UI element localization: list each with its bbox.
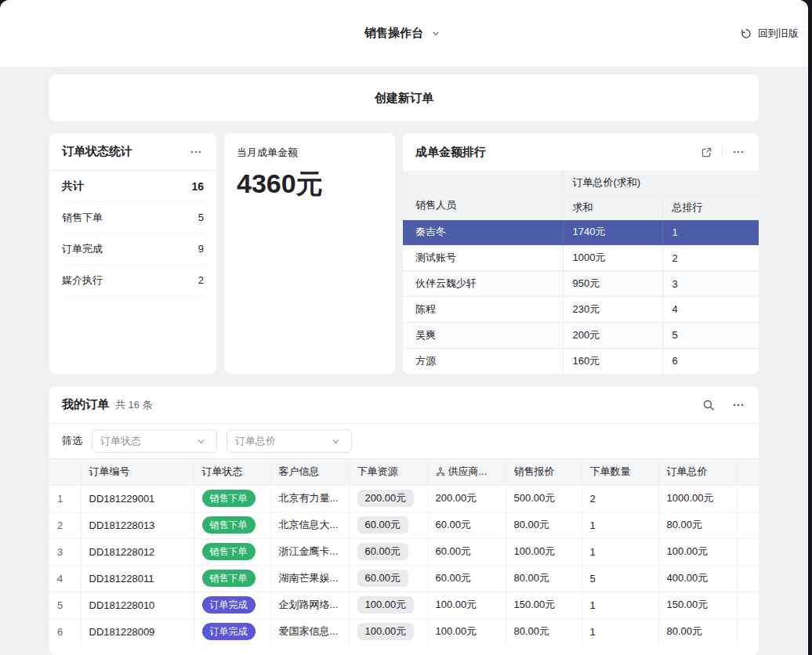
quantity: 1 <box>582 538 658 565</box>
order-row[interactable]: 3 DD181228012 销售下单 浙江金鹰卡... 60.00元 60.00… <box>49 538 759 565</box>
orders-card-header: 我的订单 共 16 条 <box>49 386 759 424</box>
resource-pill: 60.00元 <box>357 516 409 534</box>
row-index: 1 <box>49 485 81 512</box>
quantity: 1 <box>582 618 658 645</box>
status-row[interactable]: 销售下单 5 <box>62 202 204 233</box>
row-index: 3 <box>49 538 81 565</box>
divider <box>722 147 723 157</box>
col-header-resource[interactable]: 下单资源 <box>349 459 427 485</box>
create-order-label: 创建新订单 <box>375 91 433 106</box>
col-header-supplier[interactable]: 供应商... <box>427 459 506 485</box>
filter-row: 筛选 订单状态 订单总价 <box>49 424 759 458</box>
ranking-col-person: 销售人员 <box>403 171 563 219</box>
back-to-old-version-button[interactable]: 回到旧版 <box>738 26 799 42</box>
order-no: DD181229001 <box>81 485 194 512</box>
supplier-price: 60.00元 <box>427 538 506 565</box>
search-icon[interactable] <box>701 397 716 413</box>
status-badge: 销售下单 <box>202 490 256 507</box>
order-row[interactable]: 4 DD181228011 销售下单 湖南芒果娱... 60.00元 60.00… <box>49 565 759 592</box>
rank-sum: 1000元 <box>563 245 662 271</box>
col-header-customer[interactable]: 客户信息 <box>270 459 349 485</box>
order-no: DD181228012 <box>81 538 194 565</box>
orders-card-title: 我的订单 <box>62 397 109 412</box>
customer: 浙江金鹰卡... <box>270 538 349 565</box>
orders-table-wrap: 订单编号 订单状态 客户信息 下单资源 供应商... <box>49 458 759 645</box>
more-icon[interactable] <box>730 144 746 160</box>
col-header-order-no[interactable]: 订单编号 <box>81 459 194 485</box>
back-to-old-label: 回到旧版 <box>758 27 799 41</box>
col-header-quote[interactable]: 销售报价 <box>506 459 582 485</box>
rank-position: 5 <box>662 322 759 348</box>
chevron-down-icon <box>428 26 444 42</box>
supplier-price: 100.00元 <box>427 592 506 618</box>
col-header-qty[interactable]: 下单数量 <box>582 459 658 485</box>
status-label: 销售下单 <box>62 211 103 225</box>
rank-person: 方源 <box>403 348 563 374</box>
status-badge: 订单完成 <box>202 596 256 613</box>
ranking-row[interactable]: 吴爽 200元 5 <box>403 322 759 348</box>
status-row[interactable]: 订单完成 9 <box>62 233 204 265</box>
rank-person: 秦吉冬 <box>403 219 563 245</box>
restore-icon <box>738 26 754 42</box>
order-total: 100.00元 <box>658 538 737 565</box>
order-row[interactable]: 5 DD181228010 订单完成 企划路网络... 100.00元 100.… <box>49 592 759 618</box>
rank-sum: 160元 <box>563 348 662 374</box>
status-row[interactable]: 媒介执行 2 <box>62 265 204 296</box>
ranking-card-title: 成单金额排行 <box>415 145 486 160</box>
col-header-status[interactable]: 订单状态 <box>194 459 270 485</box>
order-no: DD181228011 <box>81 565 194 592</box>
ranking-row[interactable]: 伙伴云魏少轩 950元 3 <box>403 271 759 297</box>
customer: 爱国家信息... <box>270 618 349 645</box>
resource-pill: 60.00元 <box>357 570 409 587</box>
ranking-row[interactable]: 测试账号 1000元 2 <box>403 245 759 271</box>
dashboard-cards-row: 订单状态统计 共计 16 销售下单 5 <box>49 133 759 374</box>
ranking-row[interactable]: 秦吉冬 1740元 1 <box>403 219 759 245</box>
rank-position: 4 <box>662 296 759 322</box>
ranking-table: 销售人员 订单总价(求和) 求和 总排行 秦吉冬 1740元 1 <box>403 171 759 374</box>
col-header-index <box>49 459 81 485</box>
open-external-icon[interactable] <box>698 144 714 160</box>
lookup-icon <box>436 467 445 476</box>
order-status-stats-card: 订单状态统计 共计 16 销售下单 5 <box>49 133 216 374</box>
sales-quote: 80.00元 <box>506 565 582 592</box>
more-icon[interactable] <box>730 397 746 413</box>
order-total-filter[interactable]: 订单总价 <box>227 429 352 453</box>
my-orders-card: 我的订单 共 16 条 筛选 订单状态 <box>49 386 759 655</box>
filter-placeholder: 订单总价 <box>235 434 276 448</box>
order-total: 1000.00元 <box>658 485 737 512</box>
ranking-row[interactable]: 方源 160元 6 <box>403 348 759 374</box>
order-total: 80.00元 <box>658 512 737 538</box>
rank-position: 3 <box>662 271 759 297</box>
more-icon[interactable] <box>188 144 204 160</box>
order-row[interactable]: 6 DD181228009 订单完成 爱国家信息... 100.00元 100.… <box>49 618 759 645</box>
filter-placeholder: 订单状态 <box>100 434 141 448</box>
col-header-total[interactable]: 订单总价 <box>658 459 737 485</box>
rank-position: 1 <box>662 219 759 245</box>
status-value: 2 <box>198 274 204 286</box>
order-no: DD181228010 <box>81 592 194 618</box>
customer: 北京信息大... <box>270 512 349 538</box>
rank-person: 陈程 <box>403 296 563 322</box>
status-row-total[interactable]: 共计 16 <box>62 171 204 202</box>
ranking-col-group: 订单总价(求和) <box>563 171 759 195</box>
quantity: 1 <box>582 592 658 618</box>
create-order-button[interactable]: 创建新订单 <box>49 74 759 121</box>
status-label: 共计 <box>62 179 84 194</box>
orders-header-row: 订单编号 订单状态 客户信息 下单资源 供应商... <box>49 459 759 485</box>
order-no: DD181228013 <box>81 512 194 538</box>
supplier-price: 60.00元 <box>427 512 506 538</box>
resource-pill: 60.00元 <box>357 543 409 560</box>
workspace-switcher[interactable]: 销售操作台 <box>364 26 444 42</box>
rank-position: 2 <box>662 245 759 271</box>
supplier-price: 100.00元 <box>427 618 506 645</box>
sales-quote: 500.00元 <box>506 485 582 512</box>
status-value: 9 <box>198 243 204 255</box>
ranking-row[interactable]: 陈程 230元 4 <box>403 296 759 322</box>
order-row[interactable]: 1 DD181229001 销售下单 北京有力量... 200.00元 200.… <box>49 485 759 512</box>
rank-sum: 950元 <box>563 271 662 297</box>
order-status-filter[interactable]: 订单状态 <box>92 429 217 453</box>
amount-label: 当月成单金额 <box>237 146 382 160</box>
sales-quote: 80.00元 <box>506 618 582 645</box>
order-row[interactable]: 2 DD181228013 销售下单 北京信息大... 60.00元 60.00… <box>49 512 759 538</box>
status-card-title: 订单状态统计 <box>62 144 132 159</box>
